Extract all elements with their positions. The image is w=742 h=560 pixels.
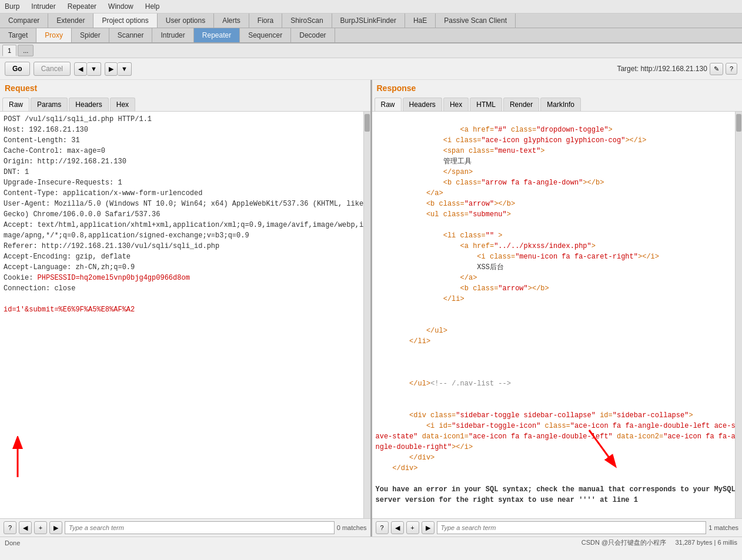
tab-extender[interactable]: Extender: [48, 14, 93, 28]
response-search-input[interactable]: [437, 521, 707, 534]
tab-repeater[interactable]: Repeater: [194, 28, 240, 42]
tab-passive-scan-client[interactable]: Passive Scan Client: [436, 14, 516, 28]
tab-comparer[interactable]: Comparer: [0, 14, 48, 28]
tab-bar-2: Target Proxy Spider Scanner Intruder Rep…: [0, 28, 742, 43]
response-panel: Response Raw Headers Hex HTML Render Mar…: [372, 80, 743, 536]
instance-bar: 1 ...: [0, 43, 742, 58]
tab-proxy[interactable]: Proxy: [36, 28, 72, 42]
cancel-button[interactable]: Cancel: [34, 62, 71, 76]
request-tab-headers[interactable]: Headers: [69, 98, 108, 111]
status-done: Done: [5, 539, 20, 546]
response-search-next-add[interactable]: +: [406, 521, 419, 534]
tab-burpjslinkfinder[interactable]: BurpJSLinkFinder: [332, 14, 405, 28]
tab-fiora[interactable]: Fiora: [249, 14, 282, 28]
response-tab-hex[interactable]: Hex: [443, 98, 469, 111]
request-search-next-add[interactable]: +: [34, 521, 47, 534]
tab-decoder[interactable]: Decoder: [291, 28, 335, 42]
response-text: <a href="#" class="dropdown-toggle"> <i …: [372, 112, 743, 518]
response-search-prev[interactable]: ◀: [391, 521, 404, 534]
status-csdn: CSDN @只会打键盘的小程序: [581, 539, 666, 546]
forward-button[interactable]: ▶: [105, 62, 118, 76]
status-bytes: 31,287 bytes | 6 millis: [675, 539, 737, 546]
tab-hae[interactable]: HaE: [405, 14, 436, 28]
request-search-help[interactable]: ?: [4, 521, 16, 534]
request-param: id=1'&submit=%E6%9F%A5%E8%AF%A2: [4, 306, 135, 314]
request-tab-hex[interactable]: Hex: [110, 98, 135, 111]
response-content[interactable]: <a href="#" class="dropdown-toggle"> <i …: [372, 112, 743, 518]
response-search-help[interactable]: ?: [376, 521, 389, 534]
request-search-bar: ? ◀ + ▶ 0 matches: [0, 518, 370, 536]
tab-scanner[interactable]: Scanner: [109, 28, 153, 42]
menu-bar: Burp Intruder Repeater Window Help: [0, 0, 742, 14]
back-button[interactable]: ◀: [74, 62, 87, 76]
request-match-count: 0 matches: [337, 524, 367, 531]
request-scrollbar-thumb[interactable]: [365, 114, 370, 132]
tab-shiroscan[interactable]: ShiroScan: [282, 14, 332, 28]
response-tab-raw[interactable]: Raw: [375, 98, 402, 111]
response-search-bar: ? ◀ + ▶ 1 matches: [372, 518, 743, 536]
request-search-input[interactable]: [65, 521, 335, 534]
up-arrow: [6, 436, 29, 483]
request-search-next[interactable]: ▶: [49, 521, 62, 534]
toolbar: Go Cancel ◀ ▼ ▶ ▼ Target: http://192.168…: [0, 58, 742, 80]
tab-target[interactable]: Target: [0, 28, 36, 42]
request-panel: Request Raw Params Headers Hex POST /vul…: [0, 80, 372, 536]
request-header: Request: [0, 80, 370, 96]
tab-project-options[interactable]: Project options: [93, 14, 157, 28]
response-search-next[interactable]: ▶: [422, 521, 434, 534]
response-tab-html[interactable]: HTML: [470, 98, 502, 111]
request-content[interactable]: POST /vul/sqli/sqli_id.php HTTP/1.1 Host…: [0, 112, 370, 518]
go-button[interactable]: Go: [5, 62, 30, 76]
target-info: Target: http://192.168.21.130 ✎ ?: [617, 63, 737, 75]
status-bar: Done CSDN @只会打键盘的小程序 31,287 bytes | 6 mi…: [0, 536, 742, 548]
cookie-value: PHPSESSID=hq2omel5vnp0bjg4gp0966d8om: [38, 274, 190, 282]
response-header: Response: [372, 80, 743, 96]
request-tab-raw[interactable]: Raw: [2, 98, 29, 111]
forward-dropdown-button[interactable]: ▼: [118, 62, 132, 76]
tab-sequencer[interactable]: Sequencer: [240, 28, 291, 42]
request-text: POST /vul/sqli/sqli_id.php HTTP/1.1 Host…: [0, 112, 370, 317]
response-scrollbar[interactable]: [735, 112, 742, 518]
response-tab-markinfo[interactable]: MarkInfo: [540, 98, 581, 111]
target-label: Target: http://192.168.21.130: [617, 65, 707, 73]
tab-alerts[interactable]: Alerts: [214, 14, 249, 28]
target-edit-button[interactable]: ✎: [710, 63, 723, 75]
request-tab-params[interactable]: Params: [31, 98, 68, 111]
response-tab-render[interactable]: Render: [503, 98, 539, 111]
request-tabs: Raw Params Headers Hex: [0, 96, 370, 112]
menu-window[interactable]: Window: [106, 1, 136, 12]
request-scrollbar[interactable]: [363, 112, 370, 518]
response-title: Response: [377, 83, 416, 93]
menu-burp[interactable]: Burp: [2, 1, 22, 12]
target-help-button[interactable]: ?: [726, 63, 737, 75]
response-tab-headers[interactable]: Headers: [403, 98, 442, 111]
response-tabs: Raw Headers Hex HTML Render MarkInfo: [372, 96, 743, 112]
instance-tab-1[interactable]: 1: [2, 45, 16, 56]
request-title: Request: [5, 83, 37, 93]
response-scrollbar-thumb[interactable]: [736, 114, 741, 132]
status-right: CSDN @只会打键盘的小程序 31,287 bytes | 6 millis: [581, 538, 737, 547]
tab-user-options[interactable]: User options: [158, 14, 214, 28]
tab-bar-1: Comparer Extender Project options User o…: [0, 14, 742, 28]
instance-dots[interactable]: ...: [18, 45, 34, 56]
tab-spider[interactable]: Spider: [72, 28, 109, 42]
menu-help[interactable]: Help: [143, 1, 162, 12]
menu-repeater[interactable]: Repeater: [65, 1, 99, 12]
menu-intruder[interactable]: Intruder: [29, 1, 58, 12]
tab-intruder[interactable]: Intruder: [152, 28, 193, 42]
back-dropdown-button[interactable]: ▼: [87, 62, 101, 76]
request-search-prev[interactable]: ◀: [19, 521, 32, 534]
main-panels: Request Raw Params Headers Hex POST /vul…: [0, 80, 742, 536]
response-match-count: 1 matches: [708, 524, 738, 531]
